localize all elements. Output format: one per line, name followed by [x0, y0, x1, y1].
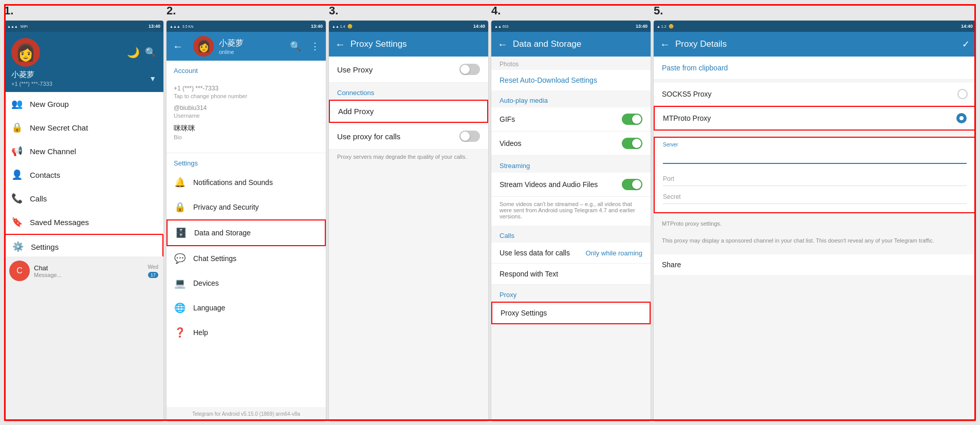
menu-contacts[interactable]: 👤 Contacts: [4, 163, 163, 187]
more-icon-2[interactable]: ⋮: [310, 41, 320, 52]
step-3-phone: ▲▲ 1.4 😊 14:40 ← Proxy Settings Use Prox…: [329, 21, 488, 421]
step-1-column: 1. ▲▲▲ WiFi 13:40 👩 🌙 🔍: [4, 4, 163, 421]
account-info: +1 (***) ***-7333 Tap to change phone nu…: [167, 78, 326, 153]
auto-play-header: Auto-play media: [491, 90, 651, 107]
divider-5b: [654, 131, 976, 134]
less-data-label: Use less data for calls: [500, 249, 570, 257]
proxy-settings-label: Proxy Settings: [501, 309, 547, 317]
step-1-phone: ▲▲▲ WiFi 13:40 👩 🌙 🔍: [4, 21, 163, 421]
chat-icon: 💬: [174, 252, 186, 265]
videos-label: Videos: [500, 139, 522, 147]
calls-icon: 📞: [11, 193, 23, 204]
back-arrow-2[interactable]: ←: [173, 41, 183, 52]
step-3-column: 3. ▲▲ 1.4 😊 14:40 ← Proxy Settings Use P…: [329, 4, 488, 421]
status-time-5: 14:40: [961, 24, 973, 29]
mtproto-radio[interactable]: [956, 113, 967, 123]
menu-contacts-label: Contacts: [30, 171, 60, 179]
gifs-row: GIFs: [491, 107, 651, 132]
share-link[interactable]: Share: [654, 254, 976, 275]
chat-item[interactable]: C Chat Message... Wed 17: [4, 256, 163, 286]
contacts-icon: 👤: [11, 169, 23, 180]
signal-icon-4: ▲▲ 603: [494, 25, 508, 28]
back-arrow-4[interactable]: ←: [497, 39, 508, 50]
proxy-settings-button[interactable]: Proxy Settings: [491, 302, 651, 324]
use-proxy-calls-row: Use proxy for calls: [329, 123, 488, 150]
menu-new-channel[interactable]: 📢 New Channel: [4, 139, 163, 163]
chat-info: Chat Message...: [34, 264, 144, 278]
reset-link[interactable]: Reset Auto-Download Settings: [491, 70, 651, 90]
profile-avatar: 👩: [193, 36, 214, 57]
user-header: 👩 🌙 🔍 小菱萝 +1 (***) ***-7333 ▼: [4, 32, 163, 92]
menu-saved-messages[interactable]: 🔖 Saved Messages: [4, 210, 163, 234]
toggle-knob: [460, 65, 470, 74]
proxy-section: Use Proxy Connections Add Proxy Use prox…: [329, 57, 488, 421]
use-proxy-toggle[interactable]: [459, 64, 480, 75]
settings-chat[interactable]: 💬 Chat Settings: [167, 246, 326, 271]
streaming-header: Streaming: [491, 156, 651, 173]
status-time-1: 13:40: [149, 24, 160, 29]
proxy-details-content: Paste from clipboard SOCKS5 Proxy MTProt…: [654, 57, 976, 421]
search-icon[interactable]: 🔍: [145, 47, 156, 58]
username-field: @biubiu314 Username: [174, 104, 319, 119]
proxy-section-header: Proxy: [491, 285, 651, 302]
privacy-label: Privacy and Security: [193, 203, 259, 211]
settings-notifications[interactable]: 🔔 Notifications and Sounds: [167, 170, 326, 195]
menu-new-group[interactable]: 👥 New Group: [4, 92, 163, 116]
server-input[interactable]: [663, 149, 967, 164]
mtproto-option[interactable]: MTProto Proxy: [654, 106, 976, 131]
data-storage-label: Data and Storage: [194, 229, 251, 237]
profile-status: online: [219, 49, 281, 55]
profile-name: 小菱萝: [219, 38, 281, 49]
connections-header: Connections: [329, 83, 488, 100]
chat-time: Wed: [148, 264, 158, 270]
step-4-phone: ▲▲ 603 13:40 ← Data and Storage Photos R…: [491, 21, 651, 421]
user-name-row: 小菱萝 +1 (***) ***-7333 ▼: [11, 70, 156, 87]
settings-privacy[interactable]: 🔒 Privacy and Security: [167, 195, 326, 219]
gifs-knob: [632, 115, 641, 124]
signal-icon-5: ▲ 1.2: [657, 25, 667, 28]
settings-devices[interactable]: 💻 Devices: [167, 271, 326, 295]
step-3-status-bar: ▲▲ 1.4 😊 14:40: [329, 21, 488, 32]
menu-secret-chat[interactable]: 🔒 New Secret Chat: [4, 116, 163, 139]
videos-toggle[interactable]: [622, 138, 642, 149]
paste-from-clipboard[interactable]: Paste from clipboard: [654, 57, 976, 80]
status-time-4: 13:40: [636, 24, 648, 29]
check-icon[interactable]: ✓: [962, 39, 970, 50]
socks5-option[interactable]: SOCKS5 Proxy: [654, 83, 976, 106]
calls-header: Calls: [491, 226, 651, 243]
settings-data-storage[interactable]: 🗄️ Data and Storage: [167, 219, 326, 246]
stream-videos-label: Stream Videos and Audio Files: [500, 180, 598, 189]
devices-icon: 💻: [174, 277, 186, 289]
socks5-radio[interactable]: [957, 89, 968, 99]
respond-text-label: Respond with Text: [500, 270, 558, 278]
account-section-header: Account: [167, 61, 326, 78]
server-field: Server: [663, 142, 967, 168]
stream-toggle[interactable]: [622, 179, 642, 190]
settings-help[interactable]: ❓ Help: [167, 320, 326, 345]
bookmark-icon: 🔖: [11, 216, 23, 228]
step-5-label: 5.: [654, 4, 976, 17]
menu-new-group-label: New Group: [30, 100, 69, 108]
stream-note: Some videos can't be streamed – e.g., al…: [491, 197, 651, 226]
phone-field: +1 (***) ***-7333 Tap to change phone nu…: [174, 85, 319, 99]
secret-placeholder: Secret: [663, 190, 967, 204]
gifs-label: GIFs: [500, 115, 515, 123]
chat-avatar: C: [9, 261, 30, 281]
back-arrow-3[interactable]: ←: [335, 39, 345, 50]
status-time-2: 13:40: [311, 24, 323, 29]
proxy-calls-toggle[interactable]: [459, 131, 480, 142]
menu-calls[interactable]: 📞 Calls: [4, 187, 163, 210]
step-5-column: 5. ▲ 1.2 😊 14:40 ← Proxy Details ✓ Paste…: [654, 4, 976, 421]
moon-icon[interactable]: 🌙: [127, 46, 140, 59]
add-proxy-button[interactable]: Add Proxy: [329, 100, 488, 123]
back-arrow-5[interactable]: ←: [660, 39, 670, 50]
use-proxy-calls-label: Use proxy for calls: [337, 132, 400, 141]
data-storage-title: Data and Storage: [513, 39, 644, 49]
search-icon-2[interactable]: 🔍: [290, 41, 301, 52]
gifs-toggle[interactable]: [622, 114, 642, 125]
step-4-status-bar: ▲▲ 603 13:40: [491, 21, 651, 32]
settings-language[interactable]: 🌐 Language: [167, 295, 326, 320]
less-data-row: Use less data for calls Only while roami…: [491, 243, 651, 264]
menu-settings[interactable]: ⚙️ Settings: [4, 234, 163, 256]
dropdown-icon[interactable]: ▼: [149, 75, 156, 83]
